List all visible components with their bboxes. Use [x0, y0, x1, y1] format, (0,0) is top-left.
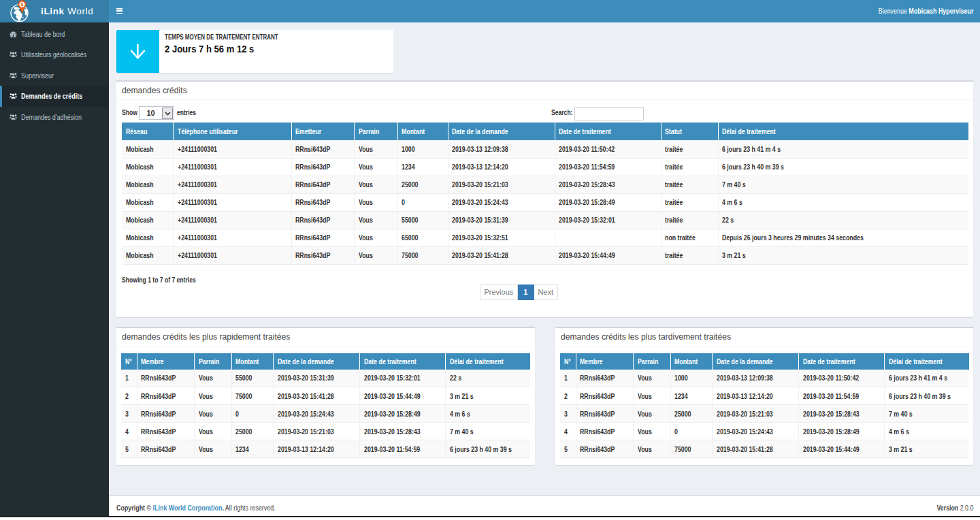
svg-text:$: $: [21, 2, 24, 7]
